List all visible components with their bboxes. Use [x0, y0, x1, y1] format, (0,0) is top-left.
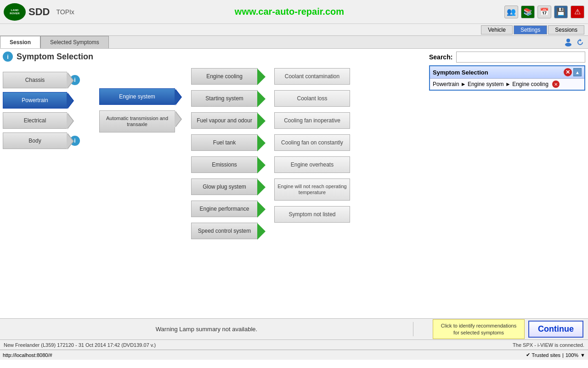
nav-icon-person[interactable] — [563, 37, 573, 47]
settings-nav-btn[interactable]: Settings — [514, 25, 547, 34]
engine-no-temp-btn[interactable]: Engine will not reach operating temperat… — [274, 178, 350, 201]
trusted-label: Trusted sites — [532, 352, 561, 358]
engine-overheats-btn[interactable]: Engine overheats — [274, 156, 350, 173]
trusted-icon: ✔ — [526, 352, 530, 358]
vehicle-nav-btn[interactable]: Vehicle — [481, 25, 513, 34]
engine-system-btn[interactable]: Engine system — [99, 88, 175, 105]
sessions-nav-btn[interactable]: Sessions — [548, 25, 584, 34]
page-title-text: Symptom Selection — [17, 52, 93, 62]
emissions-btn[interactable]: Emissions — [191, 156, 258, 173]
tab-session[interactable]: Session — [0, 36, 40, 48]
vehicle-info-text: New Freelander (L359) 172120 - 31 Oct 20… — [4, 342, 294, 348]
cooling-fan-constantly-btn[interactable]: Cooling fan on constantly — [274, 134, 350, 151]
coolant-contamination-btn[interactable]: Coolant contamination — [274, 68, 350, 85]
chassis-btn[interactable]: Chassis — [3, 72, 67, 88]
info-icon-title: i — [3, 52, 13, 62]
ssb-close-btn[interactable]: ✕ — [564, 68, 572, 76]
separator: | — [562, 352, 564, 358]
body-btn[interactable]: Body — [3, 132, 67, 149]
fuel-tank-btn[interactable]: Fuel tank — [191, 134, 258, 151]
svg-marker-2 — [580, 39, 582, 41]
warning-lamp-status: Warning Lamp summary not available. — [0, 322, 413, 336]
icon-calendar[interactable]: 📅 — [537, 6, 551, 18]
electrical-btn[interactable]: Electrical — [3, 112, 67, 129]
nav-icon-refresh[interactable] — [575, 37, 585, 47]
website-banner: www.car-auto-repair.com — [74, 6, 504, 17]
symptom-selection-box: Symptom Selection ✕ ▲ Powertrain ► Engin… — [429, 65, 585, 91]
icon-users[interactable]: 👥 — [504, 6, 518, 18]
zoom-level: 100% — [565, 352, 578, 358]
icon-book[interactable]: 📚 — [521, 6, 535, 18]
land-rover-logo: LANDROVER — [4, 3, 26, 21]
sdd-logo: SDD — [28, 6, 50, 18]
icon-warning[interactable]: ⚠ — [571, 6, 584, 18]
engine-cooling-btn[interactable]: Engine cooling — [191, 68, 258, 85]
ssb-breadcrumb: Powertrain ► Engine system ► Engine cool… — [433, 81, 548, 87]
zoom-dropdown-icon[interactable]: ▼ — [580, 352, 585, 358]
icon-chip[interactable]: 💾 — [554, 6, 568, 18]
svg-point-1 — [565, 43, 571, 46]
cooling-fan-inoperative-btn[interactable]: Cooling fan inoperative — [274, 112, 350, 129]
search-label: Search: — [429, 53, 452, 61]
topix-label: TOPIx — [56, 8, 74, 16]
powertrain-btn[interactable]: Powertrain — [3, 92, 67, 109]
ssb-breadcrumb-remove[interactable]: ✕ — [552, 80, 560, 88]
connection-info-text: The SPX - i-VIEW is connected. — [294, 342, 584, 348]
engine-performance-btn[interactable]: Engine performance — [191, 201, 258, 217]
glow-plug-btn[interactable]: Glow plug system — [191, 178, 258, 195]
continue-tooltip: Click to identify recommendations for se… — [433, 319, 525, 339]
starting-system-btn[interactable]: Starting system — [191, 90, 258, 107]
tab-selected-symptoms[interactable]: Selected Symptoms — [40, 36, 109, 48]
url-text: http://localhost:8080/# — [3, 352, 526, 358]
speed-control-btn[interactable]: Speed control system — [191, 223, 258, 239]
fuel-vapour-btn[interactable]: Fuel vapour and odour — [191, 112, 258, 129]
symptom-not-listed-btn[interactable]: Symptom not listed — [274, 206, 350, 223]
search-input[interactable] — [456, 52, 585, 63]
coolant-loss-btn[interactable]: Coolant loss — [274, 90, 350, 107]
ssb-title: Symptom Selection — [433, 69, 488, 76]
ssb-up-btn[interactable]: ▲ — [573, 68, 582, 76]
svg-point-0 — [566, 39, 570, 42]
continue-button[interactable]: Continue — [528, 321, 583, 338]
auto-transmission-btn[interactable]: Automatic transmission and transaxle — [99, 110, 175, 132]
